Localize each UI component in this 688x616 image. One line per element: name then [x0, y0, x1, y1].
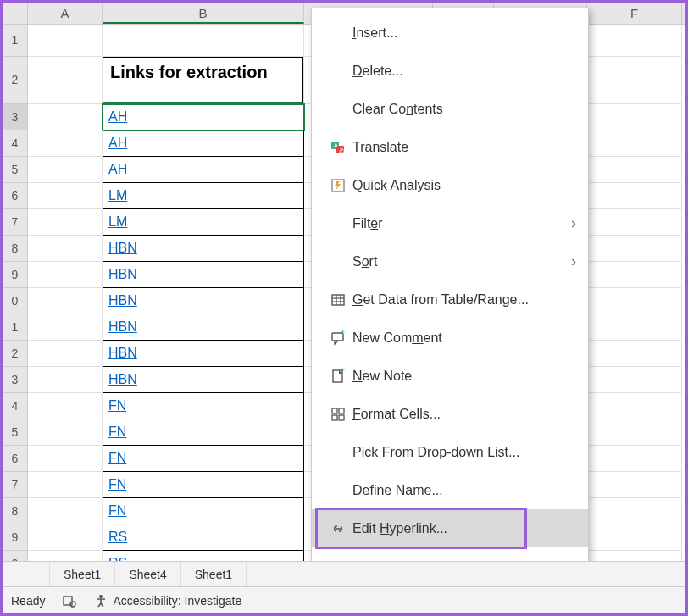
row-header[interactable]: 1	[3, 25, 28, 57]
cell-A9[interactable]	[28, 262, 103, 288]
cell-F3[interactable]	[587, 104, 682, 130]
cell-B16[interactable]: FN	[103, 446, 304, 472]
row-header[interactable]: 3	[3, 367, 28, 393]
hyperlink[interactable]: HBN	[108, 293, 137, 308]
cell-A7[interactable]	[28, 209, 103, 236]
hyperlink[interactable]: AH	[108, 136, 127, 150]
cell-B14[interactable]: FN	[103, 393, 304, 419]
menu-item-define-name[interactable]: Define Name...	[312, 471, 588, 509]
row-header[interactable]: 5	[3, 419, 28, 446]
cell-B2[interactable]: Links for extraction	[103, 57, 304, 104]
row-header[interactable]: 2	[3, 341, 28, 367]
cell-F1[interactable]	[587, 25, 682, 57]
cell-B5[interactable]: AH	[103, 157, 304, 183]
hyperlink[interactable]: LM	[108, 214, 127, 229]
cell-B3[interactable]: AH	[103, 104, 304, 130]
menu-item-edit-hyperlink[interactable]: Edit Hyperlink...	[312, 509, 588, 547]
menu-item-translate[interactable]: AあTranslate	[312, 128, 588, 166]
cell-A16[interactable]	[28, 446, 103, 472]
cell-F10[interactable]	[587, 288, 682, 314]
cell-A5[interactable]	[28, 157, 103, 183]
row-header[interactable]: 6	[3, 446, 28, 472]
row-header[interactable]: 4	[3, 393, 28, 419]
hyperlink[interactable]: FN	[108, 398, 126, 413]
hyperlink[interactable]: LM	[108, 188, 127, 203]
row-header[interactable]: 2	[3, 57, 28, 104]
menu-item-filter[interactable]: Filter›	[312, 204, 588, 242]
cell-A17[interactable]	[28, 472, 103, 498]
menu-item-pick-list[interactable]: Pick From Drop-down List...	[312, 433, 588, 471]
menu-item-format-cells[interactable]: Format Cells...	[312, 395, 588, 433]
cell-B19[interactable]: RS	[103, 524, 304, 551]
hyperlink[interactable]: FN	[108, 451, 126, 465]
cell-B4[interactable]: AH	[103, 130, 304, 157]
cell-F12[interactable]	[587, 341, 682, 367]
cell-F13[interactable]	[587, 367, 682, 393]
row-header[interactable]: 1	[3, 314, 28, 341]
row-header[interactable]: 7	[3, 209, 28, 236]
hyperlink[interactable]: FN	[108, 503, 126, 518]
cell-B11[interactable]: HBN	[103, 314, 304, 341]
cell-B13[interactable]: HBN	[103, 367, 304, 393]
cell-A2[interactable]	[28, 57, 103, 104]
cell-F19[interactable]	[587, 524, 682, 551]
hyperlink[interactable]: HBN	[108, 346, 137, 360]
cell-A4[interactable]	[28, 130, 103, 157]
cell-A1[interactable]	[28, 25, 103, 57]
col-header-B[interactable]: B	[103, 3, 304, 24]
hyperlink[interactable]: HBN	[108, 319, 137, 334]
menu-item-new-note[interactable]: +New Note	[312, 357, 588, 395]
col-header-A[interactable]: A	[28, 3, 103, 24]
cell-A12[interactable]	[28, 341, 103, 367]
cell-F14[interactable]	[587, 393, 682, 419]
hyperlink[interactable]: FN	[108, 425, 126, 439]
menu-item-clear-contents[interactable]: Clear Contents	[312, 90, 588, 128]
cell-B17[interactable]: FN	[103, 472, 304, 498]
accessibility-status[interactable]: Accessibility: Investigate	[94, 594, 241, 608]
row-header[interactable]: 3	[3, 104, 28, 130]
row-header[interactable]: 8	[3, 236, 28, 262]
sheet-tab[interactable]: Sheet1	[50, 562, 115, 586]
hyperlink[interactable]: HBN	[108, 267, 137, 281]
cell-A18[interactable]	[28, 498, 103, 524]
select-all-corner[interactable]	[3, 3, 28, 24]
cell-A3[interactable]	[28, 104, 103, 130]
cell-B9[interactable]: HBN	[103, 262, 304, 288]
hyperlink[interactable]: AH	[108, 109, 127, 124]
cell-F15[interactable]	[587, 419, 682, 446]
cell-F18[interactable]	[587, 498, 682, 524]
cell-A8[interactable]	[28, 236, 103, 262]
cell-F2[interactable]	[587, 57, 682, 104]
cell-A13[interactable]	[28, 367, 103, 393]
macro-record-icon[interactable]	[60, 593, 79, 608]
sheet-tab[interactable]: Sheet4	[115, 562, 180, 586]
menu-item-insert[interactable]: Insert...	[312, 14, 588, 52]
hyperlink[interactable]: HBN	[108, 241, 137, 255]
cell-A10[interactable]	[28, 288, 103, 314]
cell-B8[interactable]: HBN	[103, 236, 304, 262]
col-header-F[interactable]: F	[587, 3, 682, 24]
tab-nav-area[interactable]	[3, 562, 50, 586]
menu-item-sort[interactable]: Sort›	[312, 242, 588, 280]
cell-F5[interactable]	[587, 157, 682, 183]
row-header[interactable]: 0	[3, 288, 28, 314]
cell-A15[interactable]	[28, 419, 103, 446]
row-header[interactable]: 7	[3, 472, 28, 498]
hyperlink[interactable]: RS	[108, 530, 127, 544]
cell-B15[interactable]: FN	[103, 419, 304, 446]
cell-F6[interactable]	[587, 183, 682, 209]
row-header[interactable]: 5	[3, 157, 28, 183]
cell-F9[interactable]	[587, 262, 682, 288]
cell-B10[interactable]: HBN	[103, 288, 304, 314]
cell-F7[interactable]	[587, 209, 682, 236]
cell-B12[interactable]: HBN	[103, 341, 304, 367]
menu-item-quick-analysis[interactable]: Quick Analysis	[312, 166, 588, 204]
cell-A11[interactable]	[28, 314, 103, 341]
row-header[interactable]: 9	[3, 524, 28, 551]
row-header[interactable]: 4	[3, 130, 28, 157]
row-header[interactable]: 6	[3, 183, 28, 209]
menu-item-new-comment[interactable]: +New Comment	[312, 319, 588, 357]
cell-F17[interactable]	[587, 472, 682, 498]
cell-F8[interactable]	[587, 236, 682, 262]
cell-A6[interactable]	[28, 183, 103, 209]
